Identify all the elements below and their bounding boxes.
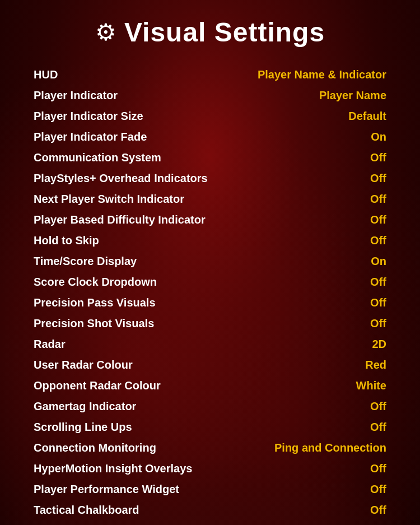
setting-name: Scrolling Line Ups — [34, 421, 263, 434]
setting-value: Default — [263, 110, 386, 123]
setting-name: User Radar Colour — [34, 359, 263, 371]
page-title: Visual Settings — [124, 17, 325, 48]
setting-value: Off — [263, 296, 386, 309]
setting-value: Ping and Connection — [263, 442, 386, 454]
setting-value: Off — [263, 421, 386, 434]
setting-value: Off — [263, 276, 386, 289]
setting-row[interactable]: Opponent Radar ColourWhite — [34, 375, 386, 396]
setting-value: Off — [263, 213, 386, 226]
setting-name: Hold to Skip — [34, 234, 263, 247]
setting-row[interactable]: Tactical ChalkboardOff — [34, 500, 386, 521]
setting-row[interactable]: Player Based Difficulty IndicatorOff — [34, 210, 386, 230]
setting-value: Red — [263, 359, 386, 371]
setting-name: Player Indicator Size — [34, 110, 263, 123]
settings-list: HUDPlayer Name & IndicatorPlayer Indicat… — [34, 64, 386, 525]
setting-row[interactable]: Precision Shot VisualsOff — [34, 313, 386, 334]
setting-value: 2D — [263, 338, 386, 351]
setting-row[interactable]: Score Clock DropdownOff — [34, 272, 386, 292]
setting-row[interactable]: Player Indicator SizeDefault — [34, 106, 386, 127]
setting-value: Off — [263, 317, 386, 330]
setting-name: Connection Monitoring — [34, 442, 263, 454]
setting-value: Player Name & Indicator — [258, 68, 386, 81]
setting-row[interactable]: Player IndicatorPlayer Name — [34, 85, 386, 106]
setting-value: Off — [263, 172, 386, 185]
setting-name: Precision Shot Visuals — [34, 317, 263, 330]
setting-value: Off — [263, 151, 386, 164]
setting-row[interactable]: Precision Pass VisualsOff — [34, 292, 386, 313]
setting-row[interactable]: Communication SystemOff — [34, 147, 386, 168]
gear-icon: ⚙ — [95, 18, 116, 46]
setting-value: On — [263, 131, 386, 143]
setting-value: Off — [263, 483, 386, 496]
setting-name: Player Performance Widget — [34, 483, 263, 496]
setting-row[interactable]: Tactical Suggestion NotificationOff — [34, 521, 386, 525]
page-header: ⚙ Visual Settings — [34, 17, 386, 48]
setting-row[interactable]: Gamertag IndicatorOff — [34, 396, 386, 417]
setting-name: Player Based Difficulty Indicator — [34, 213, 263, 226]
setting-name: Tactical Chalkboard — [34, 504, 263, 517]
setting-row[interactable]: User Radar ColourRed — [34, 355, 386, 375]
setting-row[interactable]: Time/Score DisplayOn — [34, 251, 386, 272]
setting-row[interactable]: Scrolling Line UpsOff — [34, 417, 386, 438]
setting-name: Player Indicator — [34, 89, 263, 102]
setting-value: Off — [263, 400, 386, 413]
setting-name: Gamertag Indicator — [34, 400, 263, 413]
setting-row[interactable]: HyperMotion Insight OverlaysOff — [34, 458, 386, 479]
setting-row[interactable]: HUDPlayer Name & Indicator — [34, 64, 386, 85]
setting-name: HUD — [34, 68, 258, 81]
setting-value: Player Name — [263, 89, 386, 102]
setting-name: HyperMotion Insight Overlays — [34, 462, 263, 475]
setting-value: Off — [263, 193, 386, 206]
setting-row[interactable]: PlayStyles+ Overhead IndicatorsOff — [34, 168, 386, 189]
setting-value: Off — [263, 234, 386, 247]
setting-name: Precision Pass Visuals — [34, 296, 263, 309]
setting-value: Off — [263, 462, 386, 475]
setting-row[interactable]: Hold to SkipOff — [34, 230, 386, 251]
setting-name: PlayStyles+ Overhead Indicators — [34, 172, 263, 185]
setting-name: Opponent Radar Colour — [34, 379, 263, 392]
setting-value: White — [263, 379, 386, 392]
setting-row[interactable]: Radar2D — [34, 334, 386, 355]
setting-name: Player Indicator Fade — [34, 131, 263, 143]
setting-value: Off — [263, 504, 386, 517]
setting-name: Next Player Switch Indicator — [34, 193, 263, 206]
setting-name: Communication System — [34, 151, 263, 164]
setting-row[interactable]: Connection MonitoringPing and Connection — [34, 438, 386, 458]
setting-row[interactable]: Player Indicator FadeOn — [34, 127, 386, 147]
setting-value: On — [263, 255, 386, 268]
main-content: ⚙ Visual Settings HUDPlayer Name & Indic… — [0, 0, 420, 525]
setting-name: Score Clock Dropdown — [34, 276, 263, 289]
setting-name: Time/Score Display — [34, 255, 263, 268]
setting-name: Radar — [34, 338, 263, 351]
setting-row[interactable]: Player Performance WidgetOff — [34, 479, 386, 500]
setting-row[interactable]: Next Player Switch IndicatorOff — [34, 189, 386, 210]
